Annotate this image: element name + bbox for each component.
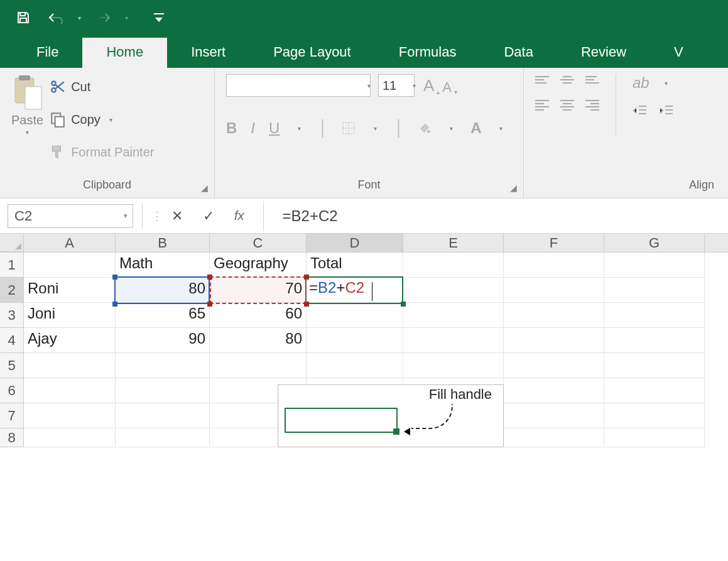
dropdown-icon[interactable]: ▾ xyxy=(369,125,381,132)
underline-button[interactable]: U xyxy=(269,119,280,137)
row-header-6[interactable]: 6 xyxy=(0,378,24,403)
cell-F5[interactable] xyxy=(504,353,604,378)
dropdown-icon[interactable]: ▾ xyxy=(106,116,117,123)
decrease-indent-icon[interactable] xyxy=(633,104,648,117)
row-header-2[interactable]: 2 xyxy=(0,278,24,303)
fx-icon[interactable]: fx xyxy=(224,209,254,223)
dropdown-icon[interactable]: ▾ xyxy=(125,14,128,21)
grow-shrink-font[interactable]: A▴ A▾ xyxy=(423,76,457,95)
dropdown-icon[interactable]: ▾ xyxy=(496,125,507,132)
undo-icon[interactable] xyxy=(45,7,67,28)
align-middle-icon[interactable] xyxy=(560,74,574,85)
tab-insert[interactable]: Insert xyxy=(167,38,249,68)
row-header-8[interactable]: 8 xyxy=(0,428,24,447)
tab-data[interactable]: Data xyxy=(480,38,557,68)
cell-E1[interactable] xyxy=(403,253,504,278)
select-all-corner[interactable] xyxy=(0,234,24,252)
enter-button[interactable]: ✓ xyxy=(193,208,224,224)
cell-A1[interactable] xyxy=(24,253,116,278)
cell-D3[interactable] xyxy=(307,303,403,328)
fill-color-icon[interactable] xyxy=(418,121,432,135)
dialog-launcher-icon[interactable]: ◢ xyxy=(201,183,208,193)
borders-icon[interactable] xyxy=(342,121,356,135)
cell-G4[interactable] xyxy=(604,328,705,353)
copy-button[interactable]: Copy ▾ xyxy=(50,107,154,132)
align-top-icon[interactable] xyxy=(535,74,549,85)
tab-view[interactable]: V xyxy=(650,38,683,68)
font-color-icon[interactable]: A xyxy=(470,119,481,137)
cell-B1[interactable]: Math xyxy=(116,253,210,278)
cell-F7[interactable] xyxy=(504,403,604,428)
dropdown-icon[interactable]: ▾ xyxy=(661,80,672,87)
cell-G3[interactable] xyxy=(604,303,705,328)
cell-F4[interactable] xyxy=(504,328,604,353)
cell-A2[interactable]: Roni xyxy=(24,278,116,303)
dropdown-icon[interactable]: ▾ xyxy=(293,125,305,132)
row-header-7[interactable]: 7 xyxy=(0,403,24,428)
cell-B6[interactable] xyxy=(116,378,210,403)
save-icon[interactable] xyxy=(13,7,34,28)
cell-E3[interactable] xyxy=(403,303,504,328)
row-header-4[interactable]: 4 xyxy=(0,328,24,353)
redo-icon[interactable] xyxy=(92,7,114,28)
cell-F1[interactable] xyxy=(504,253,604,278)
cell-G1[interactable] xyxy=(604,253,705,278)
tab-home[interactable]: Home xyxy=(82,38,167,68)
cell-B2[interactable]: 80 xyxy=(116,278,210,303)
cell-edit-overlay[interactable]: =B2+C2 xyxy=(309,279,364,297)
tab-file[interactable]: File xyxy=(13,38,82,68)
cell-E2[interactable] xyxy=(403,278,504,303)
align-center-icon[interactable] xyxy=(560,98,574,112)
cell-G7[interactable] xyxy=(604,403,705,428)
cell-D4[interactable] xyxy=(307,328,403,353)
cell-A6[interactable] xyxy=(24,378,116,403)
cell-A3[interactable]: Joni xyxy=(24,303,116,328)
bold-button[interactable]: B xyxy=(226,119,237,137)
cell-F6[interactable] xyxy=(504,378,604,403)
row-header-3[interactable]: 3 xyxy=(0,303,24,328)
cell-A4[interactable]: Ajay xyxy=(24,328,116,353)
paste-button[interactable]: Paste ▾ xyxy=(11,74,43,136)
cell-B7[interactable] xyxy=(116,403,210,428)
italic-button[interactable]: I xyxy=(251,119,255,137)
cell-C3[interactable]: 60 xyxy=(210,303,307,328)
tab-review[interactable]: Review xyxy=(557,38,650,68)
grid[interactable]: 1 Math Geography Total 2 Roni 80 70 3 Jo… xyxy=(0,253,728,447)
cell-G6[interactable] xyxy=(604,378,705,403)
col-header-A[interactable]: A xyxy=(24,234,116,252)
tab-page-layout[interactable]: Page Layout xyxy=(249,38,375,68)
cell-E4[interactable] xyxy=(403,328,504,353)
cell-G8[interactable] xyxy=(604,428,705,447)
align-left-icon[interactable] xyxy=(535,98,549,112)
cell-B3[interactable]: 65 xyxy=(116,303,210,328)
cell-B8[interactable] xyxy=(116,428,210,447)
cell-D5[interactable] xyxy=(307,353,403,378)
formula-input[interactable] xyxy=(273,204,728,228)
dropdown-icon[interactable]: ▾ xyxy=(22,129,33,136)
cell-A8[interactable] xyxy=(24,428,116,447)
dropdown-icon[interactable]: ▾ xyxy=(363,82,374,89)
increase-indent-icon[interactable] xyxy=(659,104,674,117)
cell-D1[interactable]: Total xyxy=(307,253,403,278)
orientation-icon[interactable]: ab xyxy=(633,74,649,92)
cell-G2[interactable] xyxy=(604,278,705,303)
cell-A7[interactable] xyxy=(24,403,116,428)
cell-F3[interactable] xyxy=(504,303,604,328)
cell-C4[interactable]: 80 xyxy=(210,328,307,353)
tab-formulas[interactable]: Formulas xyxy=(375,38,481,68)
cell-F8[interactable] xyxy=(504,428,604,447)
dialog-launcher-icon[interactable]: ◢ xyxy=(510,183,517,193)
cell-C2[interactable]: 70 xyxy=(210,278,307,303)
dropdown-icon[interactable]: ▾ xyxy=(124,212,128,220)
decrease-font-icon[interactable]: A xyxy=(442,79,452,95)
cell-C5[interactable] xyxy=(210,353,307,378)
col-header-D[interactable]: D xyxy=(307,234,403,252)
customize-qat-icon[interactable] xyxy=(148,7,170,28)
cell-C1[interactable]: Geography xyxy=(210,253,307,278)
col-header-G[interactable]: G xyxy=(604,234,705,252)
dropdown-icon[interactable]: ▾ xyxy=(408,82,420,89)
dropdown-icon[interactable]: ▾ xyxy=(78,14,81,21)
cut-button[interactable]: Cut xyxy=(50,74,154,99)
dropdown-icon[interactable]: ▾ xyxy=(445,125,457,132)
col-header-E[interactable]: E xyxy=(403,234,504,252)
